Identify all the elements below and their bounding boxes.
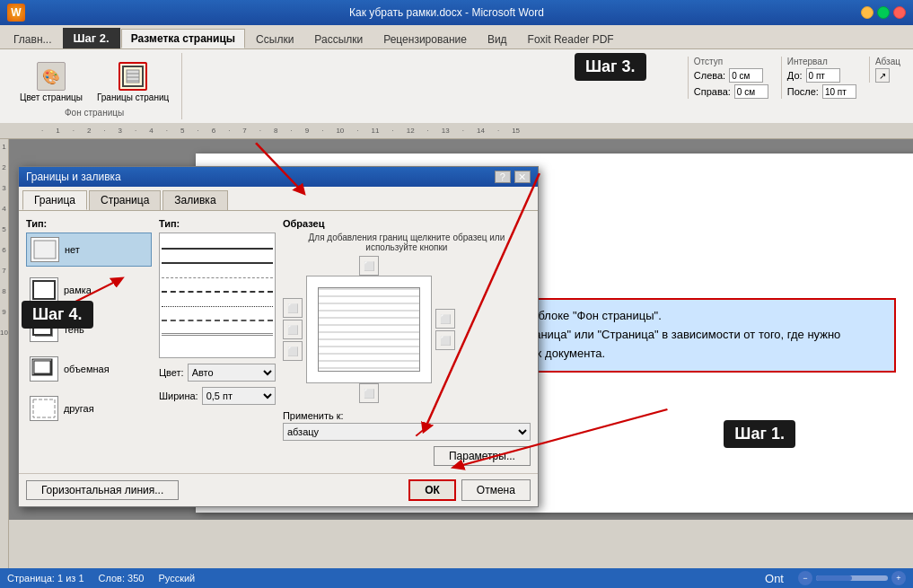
dialog-close-icon[interactable]: ✕ [514, 171, 531, 183]
ribbon-content: 🎨 Цвет страницы Границы страниц [0, 48, 913, 123]
width-label: Ширина: [159, 391, 198, 401]
dialog-titlebar: Границы и заливка ? ✕ [19, 167, 538, 187]
preview-tl-btn[interactable]: ⬜ [359, 256, 379, 276]
preview-mid-btn[interactable]: ⬜ [283, 320, 303, 339]
status-bar: Страница: 1 из 1 Слов: 350 Русский Ont −… [0, 568, 913, 588]
indent-right-row: Справа: [694, 84, 768, 99]
dialog-footer: Горизонтальная линия... ОК Отмена [19, 473, 538, 506]
dialog-body: Тип: нет [19, 211, 538, 473]
page-borders-label: Границы страниц [97, 92, 169, 102]
borders-dialog[interactable]: Границы и заливка ? ✕ Граница Страница З… [18, 166, 539, 507]
interval-label: Интервал [787, 57, 856, 66]
interval-before-input[interactable] [806, 68, 840, 83]
preview-box[interactable] [306, 276, 432, 383]
style-dotted[interactable] [162, 294, 273, 307]
indent-left-input[interactable] [729, 68, 763, 83]
preview-r2-btn[interactable]: ⬜ [435, 330, 455, 350]
style-dashed2[interactable] [162, 280, 273, 293]
document-area[interactable]: Границы и заливка ? ✕ Граница Страница З… [9, 139, 913, 520]
tab-layout[interactable]: Разметка страницы [121, 29, 245, 48]
apply-select[interactable]: абзацу [283, 423, 531, 441]
preview-top-btn[interactable]: ⬜ [283, 298, 303, 318]
zoom-slider[interactable] [816, 575, 888, 581]
zoom-out-btn[interactable]: − [798, 571, 812, 585]
indent-label: Отступ [694, 57, 768, 66]
color-row: Цвет: Авто [159, 364, 276, 382]
type-none[interactable]: нет [26, 233, 152, 267]
params-button[interactable]: Параметры... [434, 446, 531, 466]
type-3d[interactable]: объемная [26, 353, 152, 385]
cancel-button[interactable]: Отмена [461, 479, 531, 501]
type-3d-icon [30, 356, 58, 382]
width-select[interactable]: 0,5 пт [202, 387, 276, 405]
preview-r1-btn[interactable]: ⬜ [435, 309, 455, 329]
status-ont: Ont [765, 572, 784, 585]
status-words: Слов: 350 [99, 573, 145, 584]
ok-button[interactable]: ОК [408, 479, 456, 501]
preview-label: Образец [283, 218, 531, 229]
preview-bl-btn[interactable]: ⬜ [359, 383, 379, 403]
style-dashed[interactable] [162, 266, 273, 278]
type-custom-icon [30, 396, 58, 421]
dialog-tab-border[interactable]: Граница [22, 190, 87, 210]
ribbon-tab-bar: Главн... Шаг 2. Разметка страницы Ссылки… [0, 25, 913, 48]
dialog-tab-fill[interactable]: Заливка [162, 190, 227, 210]
title-bar: W Как убрать рамки.docx - Microsoft Word [0, 0, 913, 25]
tab-foxit[interactable]: Foxit Reader PDF [518, 30, 624, 48]
svg-rect-12 [33, 399, 55, 417]
dialog-controls: ? ✕ [495, 171, 531, 183]
dialog-tabs: Граница Страница Заливка [19, 187, 538, 211]
type-custom-label: другая [64, 403, 94, 414]
apply-label: Применить к: [283, 410, 531, 421]
tab-step2-badge: Шаг 2. [63, 28, 120, 48]
top-ruler: ·1· 2· 3· 4· 5· 6· 7· 8· 9· 10· 11· 12· … [0, 123, 913, 139]
preview-panel: Образец Для добавления границ щелкните о… [283, 218, 531, 466]
indent-left-row: Слева: [694, 68, 768, 83]
tab-mailing[interactable]: Рассылки [304, 30, 373, 48]
horiz-line-button[interactable]: Горизонтальная линия... [26, 480, 179, 500]
style-double[interactable] [162, 323, 273, 336]
tab-review[interactable]: Рецензирование [373, 30, 477, 48]
preview-bot-btn[interactable]: ⬜ [283, 341, 303, 361]
step4-badge: Шаг 4. [22, 301, 93, 329]
maximize-btn[interactable] [877, 6, 890, 19]
type-label: Тип: [26, 218, 152, 229]
type-none-label: нет [65, 244, 80, 255]
style-solid2[interactable] [162, 251, 273, 264]
svg-rect-9 [33, 360, 51, 374]
word-icon: W [7, 4, 25, 22]
type-custom[interactable]: другая [26, 392, 152, 425]
dialog-footer-right: ОК Отмена [408, 479, 531, 501]
document-wrapper: Границы и заливка ? ✕ Граница Страница З… [9, 139, 913, 568]
ribbon-group-bg-buttons: 🎨 Цвет страницы Границы страниц [14, 55, 174, 106]
abzac-expand-btn[interactable]: ↗ [875, 68, 890, 83]
close-btn[interactable] [893, 6, 906, 19]
minimize-btn[interactable] [861, 6, 873, 19]
indent-right-input[interactable] [734, 84, 768, 99]
tab-links[interactable]: Ссылки [246, 30, 303, 48]
svg-rect-5 [34, 241, 56, 259]
dialog-tab-page[interactable]: Страница [89, 190, 161, 210]
tab-home[interactable]: Главн... [4, 30, 62, 48]
style-solid[interactable] [162, 237, 273, 250]
page-borders-button[interactable]: Границы страниц [92, 58, 174, 106]
page-color-icon: 🎨 [37, 62, 66, 91]
zoom-in-btn[interactable]: + [891, 571, 906, 585]
tab-view[interactable]: Вид [478, 30, 517, 48]
dialog-question-btn[interactable]: ? [495, 171, 511, 183]
page-color-button[interactable]: 🎨 Цвет страницы [14, 58, 88, 106]
style-panel: Тип: Цвет: [159, 218, 276, 466]
indent-right-label: Справа: [694, 86, 731, 97]
interval-after-input[interactable] [822, 84, 856, 99]
ribbon-spacing-section: Отступ Слева: Справа: Интервал До: После… [688, 53, 906, 99]
style-list[interactable] [159, 233, 276, 358]
abzac-group: Абзац ↗ [869, 57, 906, 83]
type-box-icon [30, 277, 58, 303]
interval-before-row: До: [787, 68, 856, 83]
color-select[interactable]: Авто [188, 364, 276, 382]
status-page: Страница: 1 из 1 [7, 573, 84, 584]
style-dot-dash[interactable] [162, 309, 273, 321]
page-color-label: Цвет страницы [20, 92, 83, 102]
interval-after-label: После: [787, 86, 819, 97]
type-3d-label: объемная [64, 364, 110, 374]
